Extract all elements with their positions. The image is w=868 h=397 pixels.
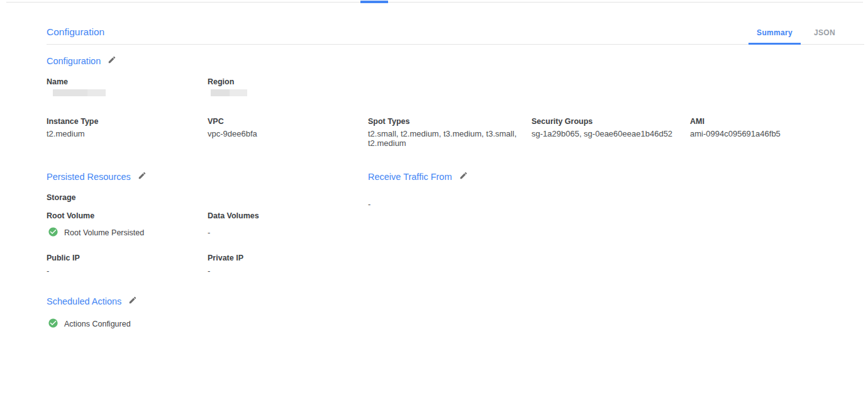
tab-json[interactable]: JSON	[801, 28, 849, 37]
ami-label: AMI	[690, 117, 704, 126]
check-circle-icon	[48, 226, 58, 239]
check-circle-icon	[48, 318, 58, 330]
page-title: Configuration	[47, 26, 104, 38]
data-volumes-label: Data Volumes	[208, 211, 259, 220]
active-nav-tab-indicator	[360, 1, 388, 3]
edit-receive-traffic-button[interactable]	[459, 171, 468, 182]
root-volume-status-text: Root Volume Persisted	[64, 228, 144, 237]
pencil-icon	[128, 296, 137, 306]
scheduled-actions-status: Actions Configured	[48, 318, 131, 330]
persisted-resources-section-heading: Persisted Resources	[47, 171, 147, 182]
private-ip-label: Private IP	[208, 254, 243, 262]
edit-scheduled-actions-button[interactable]	[128, 296, 137, 306]
vpc-label: VPC	[208, 117, 224, 126]
storage-label: Storage	[47, 193, 76, 202]
scheduled-actions-section-title: Scheduled Actions	[47, 296, 121, 306]
configuration-section-title: Configuration	[47, 56, 101, 66]
security-groups-label: Security Groups	[531, 117, 593, 126]
spot-types-label: Spot Types	[368, 117, 409, 126]
public-ip-value: -	[47, 266, 49, 276]
pencil-icon	[459, 171, 468, 182]
tab-summary-active-underline	[748, 43, 801, 45]
receive-traffic-section-heading: Receive Traffic From	[368, 171, 468, 182]
name-value-redacted	[53, 89, 106, 96]
header-divider	[47, 44, 864, 45]
scheduled-actions-section-heading: Scheduled Actions	[47, 296, 137, 306]
pencil-icon	[108, 55, 116, 66]
tab-summary[interactable]: Summary	[748, 28, 801, 37]
region-label: Region	[208, 77, 234, 86]
receive-traffic-section-title: Receive Traffic From	[368, 172, 452, 182]
public-ip-label: Public IP	[47, 254, 80, 262]
scheduled-actions-status-text: Actions Configured	[64, 320, 131, 328]
pencil-icon	[138, 171, 147, 182]
region-value-redacted	[211, 89, 247, 96]
persisted-resources-section-title: Persisted Resources	[47, 172, 131, 182]
ami-value: ami-0994c095691a46fb5	[690, 129, 781, 138]
root-volume-status: Root Volume Persisted	[48, 226, 144, 239]
spot-types-value: t2.small, t2.medium, t3.medium, t3.small…	[368, 129, 522, 148]
vpc-value: vpc-9dee6bfa	[208, 129, 257, 138]
receive-traffic-value: -	[368, 199, 370, 209]
instance-type-label: Instance Type	[47, 117, 98, 126]
configuration-section-heading: Configuration	[47, 55, 116, 66]
edit-persisted-resources-button[interactable]	[138, 171, 147, 182]
top-nav-divider	[6, 2, 863, 3]
instance-type-value: t2.medium	[47, 129, 85, 138]
private-ip-value: -	[208, 266, 210, 276]
name-label: Name	[47, 77, 68, 86]
security-groups-value: sg-1a29b065, sg-0eae60eeae1b46d52	[531, 129, 672, 138]
data-volumes-value: -	[208, 228, 210, 237]
edit-configuration-button[interactable]	[108, 55, 116, 66]
root-volume-label: Root Volume	[47, 211, 94, 220]
